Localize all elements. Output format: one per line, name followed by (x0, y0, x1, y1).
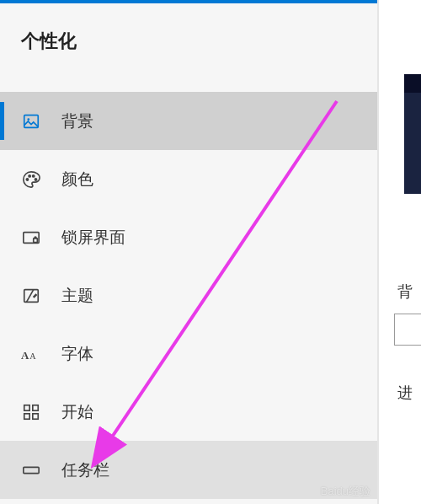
nav-label: 开始 (61, 401, 93, 423)
label-fragment: 背 (397, 281, 413, 302)
watermark: Baidu经验 (321, 484, 370, 499)
svg-text:A: A (21, 348, 29, 361)
svg-rect-11 (24, 405, 29, 410)
dropdown-fragment (394, 314, 421, 346)
personalization-sidebar: 个性化 背景 颜色 (0, 0, 377, 504)
theme-icon (21, 286, 41, 306)
nav-label: 任务栏 (61, 459, 109, 481)
right-content-edge: 背 进 (377, 0, 421, 504)
nav-label: 锁屏界面 (61, 227, 125, 249)
nav-item-lockscreen[interactable]: 锁屏界面 (0, 208, 377, 266)
section-title: 个性化 (0, 3, 377, 54)
nav-item-themes[interactable]: 主题 (0, 266, 377, 324)
svg-rect-7 (34, 238, 38, 242)
lock-screen-icon (21, 228, 41, 248)
nav-label: 主题 (61, 285, 93, 307)
nav-item-fonts[interactable]: A A 字体 (0, 324, 377, 383)
nav-label: 背景 (61, 110, 93, 132)
svg-rect-12 (33, 405, 38, 410)
nav-item-colors[interactable]: 颜色 (0, 150, 377, 208)
preview-fragment (404, 93, 421, 194)
svg-point-4 (33, 174, 35, 176)
nav-list: 背景 颜色 锁屏界面 (0, 92, 377, 499)
image-icon (21, 111, 41, 131)
svg-rect-15 (24, 467, 39, 473)
svg-point-5 (35, 178, 36, 180)
svg-point-2 (26, 178, 28, 180)
nav-label: 字体 (61, 343, 93, 365)
svg-point-3 (29, 174, 30, 176)
nav-item-start[interactable]: 开始 (0, 383, 377, 441)
nav-label: 颜色 (61, 169, 93, 190)
svg-rect-0 (24, 115, 39, 127)
font-icon: A A (21, 344, 41, 364)
label-fragment: 进 (397, 383, 413, 403)
svg-rect-13 (24, 413, 29, 418)
taskbar-icon (21, 460, 41, 480)
nav-item-background[interactable]: 背景 (0, 92, 377, 150)
svg-rect-14 (33, 413, 38, 418)
svg-point-1 (27, 118, 29, 121)
preview-fragment (404, 74, 421, 93)
svg-text:A: A (29, 351, 36, 360)
start-icon (21, 402, 41, 422)
palette-icon (21, 169, 41, 190)
